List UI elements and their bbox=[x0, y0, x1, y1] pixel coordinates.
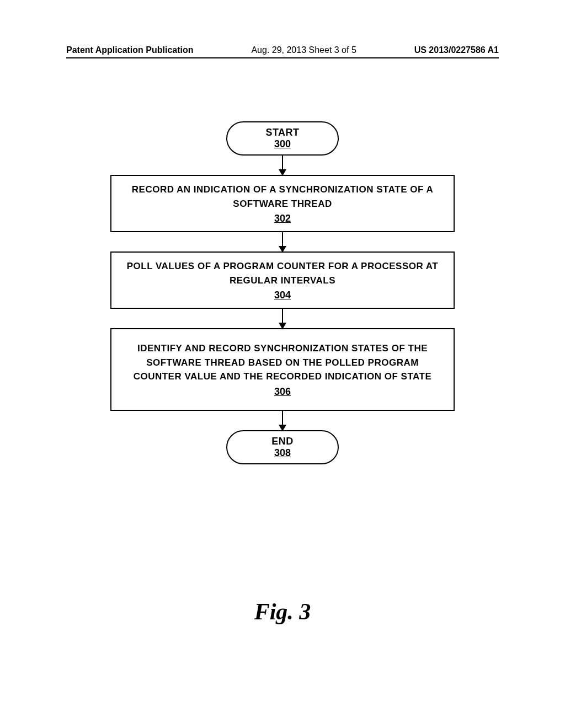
step-num: 304 bbox=[122, 290, 443, 301]
arrow-icon bbox=[282, 309, 283, 328]
flowchart-container: START 300 RECORD AN INDICATION OF A SYNC… bbox=[0, 121, 565, 464]
step-text: RECORD AN INDICATION OF A SYNCHRONIZATIO… bbox=[122, 183, 443, 211]
arrow-icon bbox=[282, 156, 283, 175]
start-num: 300 bbox=[249, 138, 316, 150]
figure-label: Fig. 3 bbox=[0, 598, 565, 625]
arrow-icon bbox=[282, 232, 283, 251]
flowchart-step-306: IDENTIFY AND RECORD SYNCHRONIZATION STAT… bbox=[110, 328, 455, 411]
header-center: Aug. 29, 2013 Sheet 3 of 5 bbox=[251, 45, 356, 55]
step-num: 302 bbox=[122, 213, 443, 224]
arrow-icon bbox=[282, 411, 283, 430]
step-num: 306 bbox=[122, 386, 443, 398]
header-left: Patent Application Publication bbox=[66, 45, 194, 55]
flowchart-step-302: RECORD AN INDICATION OF A SYNCHRONIZATIO… bbox=[110, 175, 455, 232]
page-header: Patent Application Publication Aug. 29, … bbox=[0, 45, 565, 55]
step-text: POLL VALUES OF A PROGRAM COUNTER FOR A P… bbox=[122, 259, 443, 287]
flowchart-end: END 308 bbox=[226, 430, 339, 464]
step-text: IDENTIFY AND RECORD SYNCHRONIZATION STAT… bbox=[122, 341, 443, 384]
flowchart-step-304: POLL VALUES OF A PROGRAM COUNTER FOR A P… bbox=[110, 251, 455, 309]
header-rule bbox=[66, 57, 499, 58]
end-num: 308 bbox=[249, 447, 316, 459]
end-label: END bbox=[249, 436, 316, 447]
start-label: START bbox=[249, 127, 316, 138]
header-right: US 2013/0227586 A1 bbox=[414, 45, 499, 55]
flowchart-start: START 300 bbox=[226, 121, 339, 156]
